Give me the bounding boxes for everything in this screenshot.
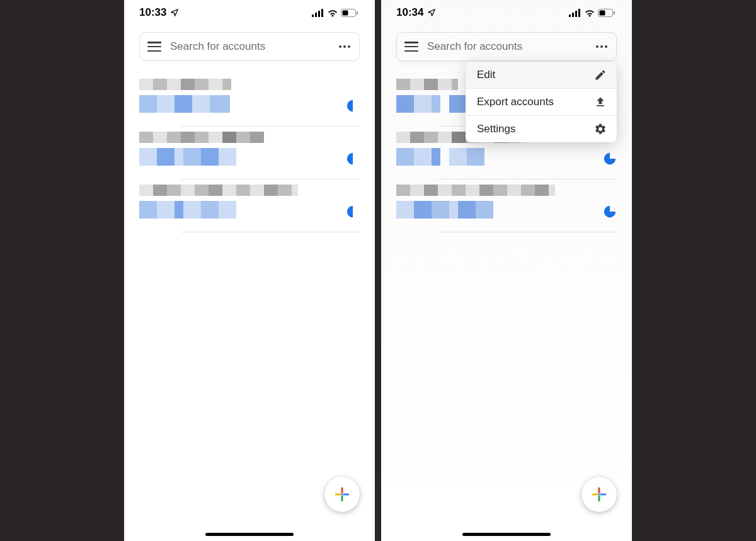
account-code-redacted	[396, 201, 617, 219]
menu-item-label: Settings	[477, 123, 515, 135]
location-arrow-icon	[427, 8, 436, 17]
account-code-redacted	[139, 148, 360, 166]
search-input[interactable]	[170, 40, 336, 53]
menu-item-label: Edit	[477, 69, 495, 81]
home-indicator[interactable]	[205, 533, 294, 536]
battery-icon	[598, 9, 616, 17]
cellular-signal-icon	[569, 9, 581, 17]
svg-rect-23	[598, 494, 600, 496]
timer-pie-icon	[346, 152, 360, 166]
status-indicators	[312, 9, 358, 17]
svg-rect-12	[569, 14, 571, 17]
account-row[interactable]	[124, 127, 375, 179]
svg-rect-20	[600, 494, 606, 496]
add-account-fab[interactable]	[324, 477, 360, 512]
add-account-fab[interactable]	[581, 477, 617, 512]
pencil-icon	[594, 69, 607, 81]
account-row[interactable]	[124, 179, 375, 232]
search-bar[interactable]	[396, 32, 617, 61]
svg-rect-14	[575, 11, 577, 17]
accounts-list	[124, 74, 375, 232]
svg-rect-22	[592, 494, 598, 496]
gear-icon	[594, 123, 607, 135]
account-name-redacted	[139, 132, 360, 143]
account-code-redacted	[396, 148, 617, 166]
timer-pie-icon	[603, 152, 617, 166]
timer-pie-icon	[346, 99, 360, 113]
svg-rect-2	[318, 11, 320, 17]
status-time-group: 10:33	[139, 6, 179, 19]
svg-rect-15	[578, 9, 580, 17]
svg-rect-21	[598, 496, 600, 501]
svg-rect-0	[312, 14, 314, 17]
menu-item-edit[interactable]: Edit	[466, 62, 617, 89]
phone-screenshot-left: 10:33	[124, 0, 375, 541]
status-time: 10:34	[396, 6, 423, 19]
account-name-redacted	[396, 185, 617, 196]
google-plus-icon	[591, 486, 607, 503]
wifi-icon	[327, 9, 338, 17]
menu-item-export[interactable]: Export accounts	[466, 89, 617, 116]
account-name-redacted	[139, 79, 360, 90]
svg-rect-3	[321, 9, 323, 17]
search-input[interactable]	[427, 40, 593, 53]
status-time: 10:33	[139, 6, 166, 19]
more-options-button[interactable]	[593, 42, 610, 52]
status-indicators	[569, 9, 616, 17]
status-time-group: 10:34	[396, 6, 436, 19]
svg-rect-19	[598, 487, 600, 493]
status-bar: 10:33	[124, 0, 375, 25]
phone-screenshot-right: 10:34	[381, 0, 632, 541]
svg-rect-17	[600, 10, 605, 15]
svg-rect-5	[343, 10, 348, 15]
svg-rect-10	[335, 494, 341, 496]
account-row[interactable]	[124, 74, 375, 127]
hamburger-menu-icon[interactable]	[147, 42, 161, 52]
more-options-button[interactable]	[336, 42, 353, 52]
wifi-icon	[584, 9, 595, 17]
cellular-signal-icon	[312, 9, 324, 17]
svg-rect-6	[357, 11, 358, 14]
svg-rect-1	[315, 13, 317, 17]
menu-item-label: Export accounts	[477, 96, 554, 108]
upload-icon	[594, 96, 607, 108]
status-bar: 10:34	[381, 0, 632, 25]
location-arrow-icon	[170, 8, 179, 17]
battery-icon	[341, 9, 358, 17]
menu-item-settings[interactable]: Settings	[466, 116, 617, 142]
timer-pie-icon	[346, 205, 360, 219]
hamburger-menu-icon[interactable]	[404, 42, 418, 52]
overflow-menu: Edit Export accounts Settings	[466, 62, 617, 142]
svg-rect-11	[341, 494, 343, 496]
account-code-redacted	[139, 201, 360, 219]
svg-rect-18	[614, 11, 615, 14]
svg-rect-13	[572, 13, 574, 17]
account-code-redacted	[139, 95, 360, 113]
timer-pie-icon	[603, 205, 617, 219]
search-bar[interactable]	[139, 32, 360, 61]
svg-rect-8	[343, 494, 349, 496]
account-row[interactable]	[381, 179, 632, 232]
svg-rect-9	[341, 496, 343, 501]
account-name-redacted	[139, 185, 360, 196]
svg-rect-7	[341, 487, 343, 493]
home-indicator[interactable]	[462, 533, 551, 536]
google-plus-icon	[334, 486, 350, 503]
